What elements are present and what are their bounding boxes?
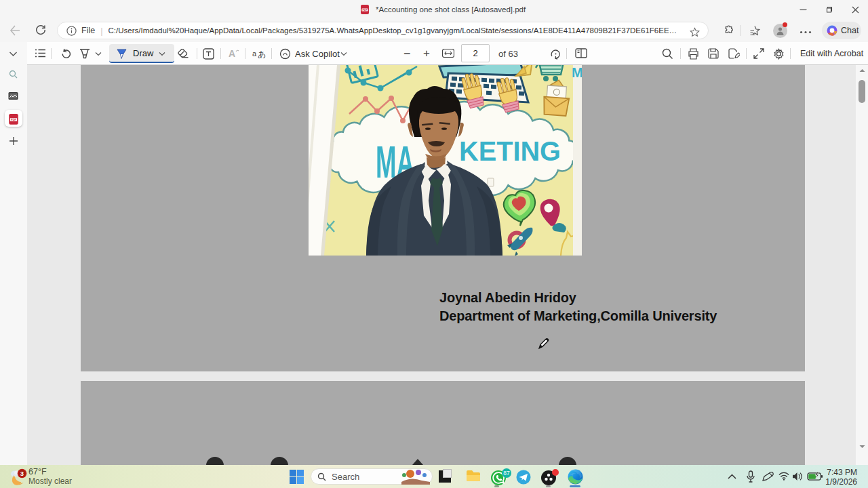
svg-text:3: 3 [20, 470, 24, 477]
svg-text:KETING: KETING [459, 136, 561, 167]
svg-text:a: a [252, 49, 257, 58]
svg-text:M: M [572, 65, 582, 80]
svg-text:A: A [229, 48, 235, 59]
svg-text:PDF: PDF [362, 9, 368, 12]
svg-text:PDF: PDF [11, 118, 17, 121]
svg-text:あ: あ [258, 49, 266, 58]
svg-text:87: 87 [503, 470, 510, 476]
